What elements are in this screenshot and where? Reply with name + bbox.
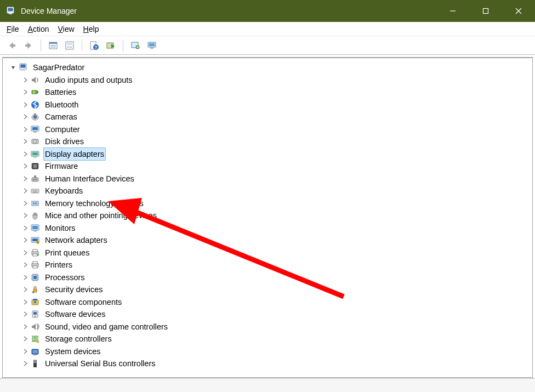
tree-root-node[interactable]: SagarPredator xyxy=(9,61,532,74)
chevron-right-icon[interactable] xyxy=(21,187,29,195)
chevron-right-icon[interactable] xyxy=(21,224,29,232)
tree-item-label[interactable]: Disk drives xyxy=(43,135,86,148)
chevron-right-icon[interactable] xyxy=(21,286,29,293)
chevron-right-icon[interactable] xyxy=(21,200,29,207)
tree-item[interactable]: Monitors xyxy=(21,222,532,235)
tree-item[interactable]: Security devices xyxy=(21,283,532,296)
tree-item[interactable]: Firmware xyxy=(21,160,532,173)
chevron-right-icon[interactable] xyxy=(21,298,29,306)
chevron-right-icon[interactable] xyxy=(21,126,29,133)
tree-item-label[interactable]: Cameras xyxy=(43,110,79,123)
tree-item[interactable]: Keyboards xyxy=(21,185,532,197)
tree-item[interactable]: Cameras xyxy=(21,111,532,123)
title-bar: Device Manager xyxy=(0,0,535,22)
tree-item[interactable]: Batteries xyxy=(21,86,532,99)
tree-item[interactable]: Software components xyxy=(21,296,532,309)
forward-arrow-icon xyxy=(24,41,33,50)
menu-view[interactable]: View xyxy=(58,25,75,33)
tree-item-label[interactable]: Bluetooth xyxy=(43,98,80,111)
storage-controller-icon xyxy=(30,334,40,344)
chevron-right-icon[interactable] xyxy=(21,101,29,109)
chevron-right-icon[interactable] xyxy=(21,88,29,96)
tree-item-label[interactable]: Audio inputs and outputs xyxy=(43,73,134,87)
tree-item-label[interactable]: Storage controllers xyxy=(43,332,113,345)
tree-item[interactable]: Printers xyxy=(21,259,532,271)
toolbar-update-driver[interactable] xyxy=(103,38,118,53)
svg-rect-15 xyxy=(67,46,72,48)
tree-item-label[interactable]: Display adapters xyxy=(43,147,106,161)
chevron-right-icon[interactable] xyxy=(21,175,29,183)
toolbar-forward[interactable] xyxy=(21,38,36,53)
maximize-button[interactable] xyxy=(469,0,502,22)
tree-item[interactable]: Universal Serial Bus controllers xyxy=(21,357,532,370)
tree-item-label[interactable]: Keyboards xyxy=(43,184,84,197)
tree-item-label[interactable]: Network adapters xyxy=(43,234,109,247)
security-icon xyxy=(30,285,40,294)
tree-item[interactable]: Software devices xyxy=(21,308,532,321)
svg-rect-10 xyxy=(49,42,57,44)
tree-item-label[interactable]: System devices xyxy=(43,345,103,358)
tree-item[interactable]: Print queues xyxy=(21,247,532,259)
tree-item-label[interactable]: Printers xyxy=(43,258,74,271)
scan-hardware-icon xyxy=(130,41,140,50)
menu-file[interactable]: File xyxy=(7,25,19,33)
tree-item-label[interactable]: Monitors xyxy=(43,221,77,235)
toolbar-refresh[interactable] xyxy=(62,38,77,53)
chevron-right-icon[interactable] xyxy=(21,113,29,121)
tree-item-label[interactable]: Computer xyxy=(43,123,82,136)
minimize-button[interactable] xyxy=(436,0,469,22)
toolbar-properties[interactable] xyxy=(45,38,61,53)
tree-item-label[interactable]: Batteries xyxy=(43,86,78,99)
tree-item-label[interactable]: Memory technology devices xyxy=(43,197,145,210)
tree-item[interactable]: Human Interface Devices xyxy=(21,173,532,185)
tree-item-label[interactable]: Universal Serial Bus controllers xyxy=(43,357,157,370)
chevron-down-icon[interactable] xyxy=(9,64,17,71)
tree-item[interactable]: Display adapters xyxy=(21,148,532,161)
chevron-right-icon[interactable] xyxy=(21,249,29,257)
chevron-right-icon[interactable] xyxy=(21,360,29,367)
tree-item[interactable]: Memory technology devices xyxy=(21,197,532,210)
tree-item[interactable]: System devices xyxy=(21,345,532,358)
toolbar-scan-hardware[interactable] xyxy=(128,38,143,53)
tree-item[interactable]: Network adapters xyxy=(21,234,532,247)
chevron-right-icon[interactable] xyxy=(21,76,29,84)
close-button[interactable] xyxy=(502,0,535,22)
tree-item[interactable]: Mice and other pointing devices xyxy=(21,209,532,222)
tree-root-label[interactable]: SagarPredator xyxy=(31,61,86,74)
toolbar-devices-monitor[interactable] xyxy=(144,38,160,53)
tree-item-label[interactable]: Firmware xyxy=(43,160,79,173)
tree-item-label[interactable]: Security devices xyxy=(43,283,105,296)
tree-item-label[interactable]: Human Interface Devices xyxy=(43,172,136,185)
tree-item-label[interactable]: Software devices xyxy=(43,308,107,321)
tree-item[interactable]: Processors xyxy=(21,271,532,284)
toolbar-separator xyxy=(123,39,123,52)
tree-item[interactable]: Disk drives xyxy=(21,135,532,148)
tree-item-label[interactable]: Software components xyxy=(43,296,123,309)
menu-action[interactable]: Action xyxy=(28,25,49,33)
device-tree[interactable]: SagarPredator Audio inputs and outputsBa… xyxy=(3,58,532,370)
chevron-right-icon[interactable] xyxy=(21,212,29,219)
toolbar-back[interactable] xyxy=(4,38,20,53)
tree-item[interactable]: Storage controllers xyxy=(21,333,532,345)
chevron-right-icon[interactable] xyxy=(21,335,29,343)
tree-item[interactable]: Computer xyxy=(21,123,532,136)
chevron-right-icon[interactable] xyxy=(21,261,29,269)
chevron-right-icon[interactable] xyxy=(21,348,29,355)
tree-item-label[interactable]: Sound, video and game controllers xyxy=(43,320,169,333)
tree-item-label[interactable]: Mice and other pointing devices xyxy=(43,209,158,222)
chevron-right-icon[interactable] xyxy=(21,323,29,331)
chevron-right-icon[interactable] xyxy=(21,138,29,145)
chevron-right-icon[interactable] xyxy=(21,274,29,281)
menu-help[interactable]: Help xyxy=(83,25,99,33)
chevron-right-icon[interactable] xyxy=(21,310,29,318)
chevron-right-icon[interactable] xyxy=(21,162,29,170)
chevron-right-icon[interactable] xyxy=(21,236,29,244)
svg-rect-8 xyxy=(25,44,28,47)
tree-item[interactable]: Bluetooth xyxy=(21,99,532,111)
chevron-right-icon[interactable] xyxy=(21,150,29,158)
tree-item-label[interactable]: Print queues xyxy=(43,246,91,259)
tree-item-label[interactable]: Processors xyxy=(43,271,87,284)
toolbar-help[interactable]: ? xyxy=(87,38,102,53)
tree-item[interactable]: Audio inputs and outputs xyxy=(21,74,532,87)
tree-item[interactable]: Sound, video and game controllers xyxy=(21,321,532,333)
